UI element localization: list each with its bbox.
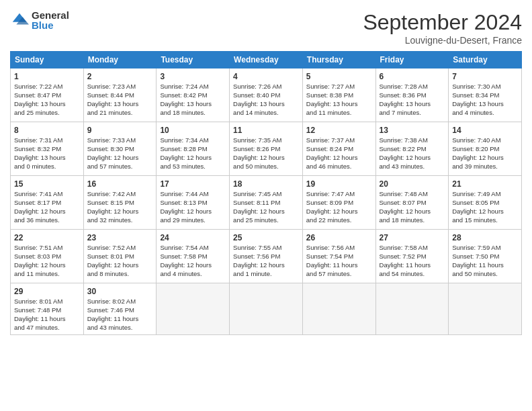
daylight-text: Daylight: 13 hours: [452, 100, 504, 107]
minutes-text: and 18 minutes.: [380, 216, 425, 224]
daylight-text: Daylight: 12 hours: [87, 154, 139, 161]
daylight-text: Daylight: 13 hours: [380, 100, 431, 107]
minutes-text: and 22 minutes.: [306, 216, 352, 224]
day-number: 24: [160, 232, 226, 243]
day-number: 29: [14, 286, 80, 297]
sunrise-text: Sunrise: 7:48 AM: [380, 190, 428, 197]
table-row: 17 Sunrise: 7:44 AM Sunset: 8:13 PM Dayl…: [157, 176, 230, 230]
day-number: 28: [452, 232, 518, 243]
table-row: 4 Sunrise: 7:26 AM Sunset: 8:40 PM Dayli…: [230, 68, 303, 122]
sunrise-text: Sunrise: 7:37 AM: [306, 136, 355, 144]
minutes-text: and 1 minute.: [233, 270, 272, 277]
daylight-text: Daylight: 12 hours: [14, 261, 66, 269]
table-row: 8 Sunrise: 7:31 AM Sunset: 8:32 PM Dayli…: [11, 122, 84, 176]
minutes-text: and 7 minutes.: [380, 109, 421, 116]
sunset-text: Sunset: 7:56 PM: [233, 253, 280, 260]
day-number: 3: [160, 71, 226, 82]
sunrise-text: Sunrise: 7:38 AM: [380, 136, 428, 144]
day-number: 19: [306, 179, 372, 189]
minutes-text: and 14 minutes.: [233, 109, 279, 116]
sunset-text: Sunset: 8:07 PM: [380, 199, 427, 206]
sunrise-text: Sunrise: 7:27 AM: [306, 83, 355, 90]
sunset-text: Sunset: 7:48 PM: [14, 306, 61, 314]
day-number: 5: [306, 71, 372, 82]
sunrise-text: Sunrise: 7:55 AM: [233, 244, 281, 251]
daylight-text: Daylight: 12 hours: [160, 261, 212, 269]
minutes-text: and 8 minutes.: [87, 270, 129, 277]
logo-text: General Blue: [32, 10, 69, 30]
sunset-text: Sunset: 8:17 PM: [14, 199, 61, 206]
day-number: 6: [380, 71, 445, 82]
minutes-text: and 4 minutes.: [160, 270, 202, 277]
empty-cell: [449, 283, 522, 335]
day-number: 23: [87, 232, 153, 243]
daylight-text: Daylight: 12 hours: [87, 208, 139, 215]
logo: General Blue: [10, 10, 69, 30]
day-number: 18: [233, 179, 299, 189]
sunset-text: Sunset: 8:38 PM: [306, 91, 353, 99]
sunrise-text: Sunrise: 8:01 AM: [14, 298, 62, 305]
sunrise-text: Sunrise: 7:41 AM: [14, 190, 62, 197]
sunset-text: Sunset: 8:15 PM: [87, 199, 134, 206]
sunset-text: Sunset: 8:20 PM: [452, 145, 499, 152]
title-area: September 2024 Louvigne-du-Desert, Franc…: [363, 10, 522, 46]
day-number: 10: [160, 125, 226, 136]
daylight-text: Daylight: 13 hours: [306, 100, 358, 107]
minutes-text: and 4 minutes.: [452, 109, 494, 116]
table-row: 29 Sunrise: 8:01 AM Sunset: 7:48 PM Dayl…: [11, 283, 84, 335]
table-row: 3 Sunrise: 7:24 AM Sunset: 8:42 PM Dayli…: [157, 68, 230, 122]
minutes-text: and 57 minutes.: [87, 163, 133, 170]
day-number: 20: [380, 179, 445, 189]
col-tuesday: Tuesday: [157, 52, 230, 68]
daylight-text: Daylight: 11 hours: [452, 261, 504, 269]
calendar-header-row: Sunday Monday Tuesday Wednesday Thursday…: [11, 52, 522, 68]
sunset-text: Sunset: 8:13 PM: [160, 199, 207, 206]
day-number: 14: [452, 125, 518, 136]
table-row: 27 Sunrise: 7:58 AM Sunset: 7:52 PM Dayl…: [375, 230, 449, 283]
day-number: 11: [233, 125, 299, 136]
sunrise-text: Sunrise: 7:31 AM: [14, 136, 62, 144]
header: General Blue September 2024 Louvigne-du-…: [10, 10, 522, 46]
sunrise-text: Sunrise: 8:02 AM: [87, 298, 136, 305]
sunrise-text: Sunrise: 7:49 AM: [452, 190, 500, 197]
minutes-text: and 43 minutes.: [87, 324, 133, 331]
minutes-text: and 25 minutes.: [233, 216, 279, 224]
col-thursday: Thursday: [302, 52, 375, 68]
daylight-text: Daylight: 12 hours: [87, 261, 139, 269]
minutes-text: and 53 minutes.: [160, 163, 206, 170]
sunrise-text: Sunrise: 7:24 AM: [160, 83, 208, 90]
table-row: 20 Sunrise: 7:48 AM Sunset: 8:07 PM Dayl…: [375, 176, 449, 230]
minutes-text: and 21 minutes.: [87, 109, 133, 116]
table-row: 2 Sunrise: 7:23 AM Sunset: 8:44 PM Dayli…: [83, 68, 157, 122]
logo-general-text: General: [32, 10, 69, 20]
sunset-text: Sunset: 8:47 PM: [14, 91, 61, 99]
day-number: 12: [306, 125, 372, 136]
day-number: 9: [87, 125, 153, 136]
sunrise-text: Sunrise: 7:35 AM: [233, 136, 281, 144]
day-number: 2: [87, 71, 153, 82]
sunset-text: Sunset: 8:30 PM: [87, 145, 134, 152]
day-number: 8: [14, 125, 80, 136]
sunset-text: Sunset: 8:22 PM: [380, 145, 427, 152]
sunrise-text: Sunrise: 7:23 AM: [87, 83, 136, 90]
sunrise-text: Sunrise: 7:54 AM: [160, 244, 208, 251]
sunrise-text: Sunrise: 7:30 AM: [452, 83, 500, 90]
sunset-text: Sunset: 8:44 PM: [87, 91, 134, 99]
minutes-text: and 54 minutes.: [380, 270, 425, 277]
sunset-text: Sunset: 8:32 PM: [14, 145, 61, 152]
table-row: 5 Sunrise: 7:27 AM Sunset: 8:38 PM Dayli…: [302, 68, 375, 122]
daylight-text: Daylight: 11 hours: [87, 315, 139, 322]
col-sunday: Sunday: [11, 52, 84, 68]
sunrise-text: Sunrise: 7:59 AM: [452, 244, 500, 251]
sunrise-text: Sunrise: 7:22 AM: [14, 83, 62, 90]
minutes-text: and 15 minutes.: [452, 216, 498, 224]
sunrise-text: Sunrise: 7:51 AM: [14, 244, 62, 251]
sunrise-text: Sunrise: 7:52 AM: [87, 244, 136, 251]
col-wednesday: Wednesday: [230, 52, 303, 68]
daylight-text: Daylight: 13 hours: [14, 154, 66, 161]
minutes-text: and 11 minutes.: [14, 270, 60, 277]
day-number: 7: [452, 71, 518, 82]
empty-cell: [230, 283, 303, 335]
table-row: 21 Sunrise: 7:49 AM Sunset: 8:05 PM Dayl…: [449, 176, 522, 230]
sunset-text: Sunset: 8:24 PM: [306, 145, 353, 152]
